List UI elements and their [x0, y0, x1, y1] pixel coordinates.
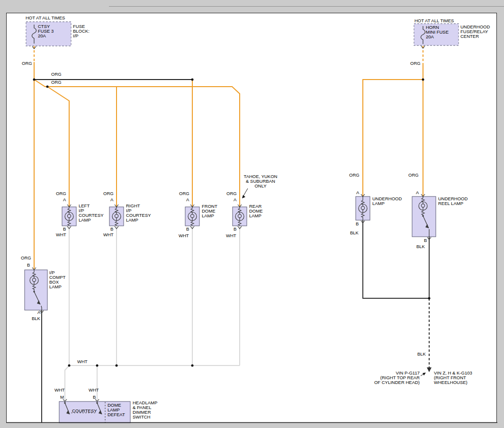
org-label-right-fuse: ORG	[410, 61, 421, 66]
underhood-reel-lamp-box	[412, 196, 436, 237]
dimmer-courtesy-text: COURTESY	[72, 409, 97, 413]
junction-dots	[33, 79, 431, 367]
rear-dome-lamp-label: REAR DOME LAMP	[249, 204, 263, 218]
contact-dots	[33, 215, 424, 404]
term-b-compt: B	[27, 263, 30, 268]
term-a-reel: A	[416, 190, 419, 195]
annotations	[242, 188, 432, 376]
org-label-left-courtesy: ORG	[56, 191, 66, 196]
wht-wires	[65, 226, 240, 401]
org-label-reel: ORG	[408, 173, 419, 178]
wht-label-rear-dome: WHT	[226, 233, 236, 238]
blk-label-ground: BLK	[417, 352, 426, 357]
wht-label-right-courtesy: WHT	[103, 232, 114, 237]
org-label-left-fuse: ORG	[22, 61, 32, 66]
term-b-rear-dome: B	[234, 227, 236, 232]
dimmer-defeat-text: DOME LAMP DEFEAT	[108, 403, 125, 417]
fuse-right-container: UNDERHOOD FUSE/RELAY CENTER	[460, 25, 490, 39]
wire-org-left-courtesy	[47, 87, 69, 207]
term-b-dimmer: B	[93, 395, 96, 400]
wire-org-underhood	[363, 80, 423, 196]
ground-label-left: VIN P-G117 (RIGHT TOP REAR OF CYLINDER H…	[372, 371, 420, 385]
hot-at-all-times-right: HOT AT ALL TIMES	[414, 18, 454, 23]
blk-wires	[42, 220, 429, 422]
org-label-front-dome: ORG	[179, 191, 189, 196]
right-courtesy-lamp-label: RIGHT I/P COURTESY LAMP	[126, 204, 151, 223]
term-a-underhood: A	[356, 190, 359, 195]
hot-at-all-times-left: HOT AT ALL TIMES	[26, 16, 65, 20]
fuse-right-name: HORN MINI FUSE 20A	[426, 25, 449, 39]
term-a-rear-dome: A	[234, 197, 236, 202]
term-b-front-dome: B	[186, 227, 189, 232]
blk-label-reel: BLK	[416, 244, 425, 249]
underhood-lamp-label: UNDERHOOD LAMP	[372, 196, 402, 206]
wht-label-b-branch: WHT	[89, 388, 99, 392]
dimmer-switch-label: HEADLAMP & PANEL DIMMER SWITCH	[133, 401, 157, 419]
wht-label-left-courtesy: WHT	[56, 232, 66, 237]
blk-label-underhood: BLK	[350, 231, 359, 235]
term-m-dimmer: M	[60, 395, 64, 400]
org-label-underhood: ORG	[349, 173, 360, 178]
blk-label-compt: BLK	[32, 316, 40, 321]
wire-wht-bus	[65, 366, 240, 401]
switch-arrowheads	[37, 224, 429, 414]
term-a-compt: A	[37, 310, 40, 315]
term-b-underhood: B	[356, 222, 359, 226]
ip-compt-box-lamp-box	[25, 270, 47, 310]
org-label-right-courtesy: ORG	[103, 191, 114, 196]
org-label-rear-dome: ORG	[226, 191, 237, 196]
term-b-right-courtesy: B	[110, 227, 113, 232]
wht-label-front-dome: WHT	[179, 233, 189, 238]
wht-label-m-branch: WHT	[54, 388, 65, 392]
org-label-bus1: ORG	[51, 72, 62, 77]
fuse-left-container: FUSE BLOCK: I/P	[73, 24, 90, 38]
ground-symbol-icon	[427, 367, 432, 372]
wht-label-bus: WHT	[77, 359, 88, 364]
term-a-right-courtesy: A	[110, 197, 113, 202]
left-courtesy-lamp-label: LEFT I/P COURTESY LAMP	[79, 204, 104, 223]
term-b-left-courtesy: B	[63, 227, 66, 232]
wiring-diagram-canvas: HOT AT ALL TIMES CTSY FUSE 3 20A FUSE BL…	[0, 0, 504, 428]
term-a-front-dome: A	[186, 197, 189, 202]
fuse-left-name: CTSY FUSE 3 20A	[38, 24, 54, 38]
org-label-compt: ORG	[21, 256, 31, 260]
terminal-chevrons	[32, 46, 431, 401]
tahoe-note: TAHOE, YUKON & SUBURBAN ONLY	[243, 174, 279, 188]
front-dome-lamp-label: FRONT DOME LAMP	[202, 204, 217, 218]
term-b-reel: B	[424, 238, 427, 243]
org-label-bus2: ORG	[51, 80, 62, 85]
fuse-symbols	[32, 25, 425, 44]
ip-compt-box-lamp-label: I/P COMPT BOX LAMP	[49, 270, 65, 289]
ground-left-arrowhead	[423, 373, 426, 375]
term-a-left-courtesy: A	[63, 197, 66, 202]
underhood-reel-lamp-label: UNDERHOOD REEL LAMP	[438, 196, 468, 206]
ground-label-right: VIN Z, H & K-G103 (RIGHT FRONT WHEELHOUS…	[434, 371, 472, 385]
